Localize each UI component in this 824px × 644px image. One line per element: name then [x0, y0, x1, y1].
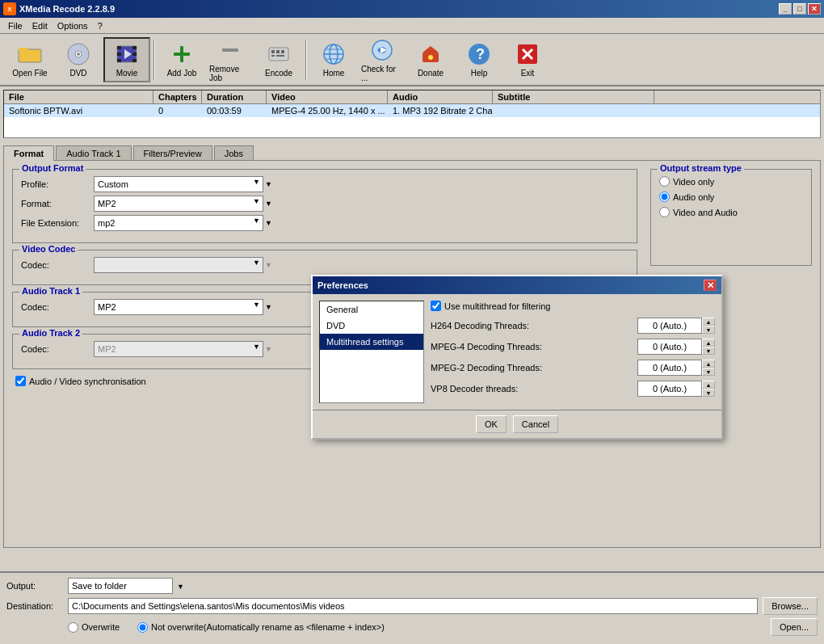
- dialog-title-label: Preferences: [317, 280, 368, 290]
- vp8-input[interactable]: [637, 381, 702, 397]
- h264-down-button[interactable]: ▼: [702, 326, 715, 334]
- h264-spinbox: ▲ ▼: [637, 318, 715, 334]
- dialog-ok-button[interactable]: OK: [476, 415, 507, 433]
- h264-label: H264 Decoding Threads:: [431, 321, 633, 330]
- dialog-footer: OK Cancel: [313, 410, 721, 438]
- content-area: File Chapters Duration Video Audio Subti…: [0, 86, 824, 644]
- preferences-dialog: Preferences ✕ General DVD Multithread se…: [311, 275, 723, 440]
- mpeg2-label: MPEG-2 Decoding Threads:: [431, 363, 633, 373]
- sidebar-item-dvd[interactable]: DVD: [320, 318, 423, 334]
- mpeg4-down-button[interactable]: ▼: [702, 347, 715, 355]
- use-multithread-label: Use multithread for filtering: [444, 301, 550, 311]
- mpeg4-label: MPEG-4 Decoding Threads:: [431, 342, 633, 351]
- h264-spin-buttons: ▲ ▼: [702, 318, 715, 334]
- mpeg4-up-button[interactable]: ▲: [702, 339, 715, 347]
- dialog-title-bar: Preferences ✕: [313, 276, 721, 294]
- vp8-down-button[interactable]: ▼: [702, 389, 715, 397]
- mpeg2-input[interactable]: [637, 360, 702, 376]
- h264-input[interactable]: [637, 318, 702, 334]
- mpeg4-spin-buttons: ▲ ▼: [702, 339, 715, 355]
- sidebar-item-multithread[interactable]: Multithread settings: [320, 334, 423, 350]
- dialog-sidebar: General DVD Multithread settings: [319, 301, 424, 403]
- mpeg4-input[interactable]: [637, 339, 702, 355]
- h264-up-button[interactable]: ▲: [702, 318, 715, 326]
- vp8-spinbox: ▲ ▼: [637, 381, 715, 397]
- vp8-label: VP8 Decoder threads:: [431, 384, 633, 394]
- dialog-cancel-button[interactable]: Cancel: [513, 415, 558, 433]
- vp8-up-button[interactable]: ▲: [702, 381, 715, 389]
- vp8-row: VP8 Decoder threads: ▲ ▼: [431, 381, 715, 397]
- mpeg2-spinbox: ▲ ▼: [637, 360, 715, 376]
- dialog-close-button[interactable]: ✕: [704, 280, 717, 291]
- use-multithread-checkbox[interactable]: [431, 301, 441, 311]
- app-window: X XMedia Recode 2.2.8.9 _ □ ✕ File Edit …: [0, 0, 824, 644]
- sidebar-item-general[interactable]: General: [320, 301, 423, 318]
- mpeg2-spin-buttons: ▲ ▼: [702, 360, 715, 376]
- dialog-overlay: Preferences ✕ General DVD Multithread se…: [0, 86, 824, 644]
- dialog-body: General DVD Multithread settings Use mul…: [313, 294, 721, 410]
- vp8-spin-buttons: ▲ ▼: [702, 381, 715, 397]
- mpeg2-up-button[interactable]: ▲: [702, 360, 715, 368]
- use-multithread-row: Use multithread for filtering: [431, 301, 715, 311]
- h264-row: H264 Decoding Threads: ▲ ▼: [431, 318, 715, 334]
- mpeg4-spinbox: ▲ ▼: [637, 339, 715, 355]
- mpeg4-row: MPEG-4 Decoding Threads: ▲ ▼: [431, 339, 715, 355]
- mpeg2-row: MPEG-2 Decoding Threads: ▲ ▼: [431, 360, 715, 376]
- multithread-section: Use multithread for filtering H264 Decod…: [431, 301, 715, 397]
- dialog-main-content: Use multithread for filtering H264 Decod…: [431, 301, 715, 403]
- mpeg2-down-button[interactable]: ▼: [702, 368, 715, 376]
